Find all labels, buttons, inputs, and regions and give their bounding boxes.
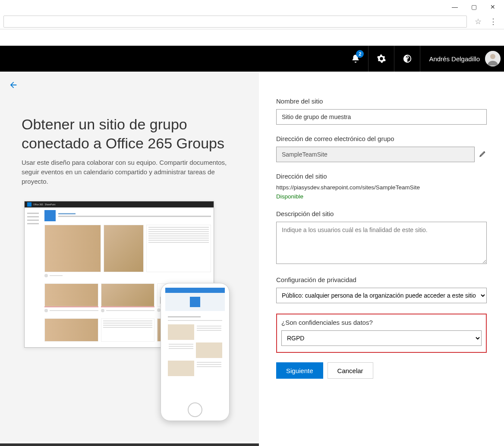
back-button[interactable] — [9, 80, 18, 91]
favorite-icon[interactable]: ☆ — [475, 17, 482, 26]
notifications-button[interactable]: 2 — [343, 46, 369, 72]
user-menu[interactable]: Andrés Delgadillo — [420, 46, 504, 72]
site-url: https://piasysdev.sharepoint.com/sites/S… — [276, 184, 487, 191]
avatar — [485, 51, 501, 66]
confidentiality-label: ¿Son confidenciales sus datos? — [281, 319, 482, 326]
availability-status: Disponible — [276, 193, 487, 200]
template-preview: Office 365SharePoint — [22, 201, 237, 417]
site-description-label: Descripción del sitio — [276, 210, 487, 217]
question-icon — [403, 54, 412, 63]
privacy-select[interactable]: Público: cualquier persona de la organiz… — [276, 288, 487, 303]
next-button[interactable]: Siguiente — [276, 362, 323, 379]
notification-badge: 2 — [356, 50, 364, 58]
arrow-left-icon — [9, 80, 18, 90]
site-name-label: Nombre del sitio — [276, 97, 487, 105]
group-email-label: Dirección de correo electrónico del grup… — [276, 135, 487, 142]
pencil-icon — [479, 150, 487, 157]
minimize-button[interactable]: — — [445, 3, 464, 10]
confidentiality-select[interactable]: RGPD — [281, 330, 482, 346]
user-name-label: Andrés Delgadillo — [429, 55, 480, 63]
browser-menu-icon[interactable]: ⋮ — [486, 17, 501, 26]
privacy-label: Configuración de privacidad — [276, 276, 487, 283]
site-name-input[interactable] — [276, 109, 487, 125]
site-description-input[interactable] — [276, 222, 487, 264]
svg-point-1 — [490, 54, 495, 59]
cancel-button[interactable]: Cancelar — [328, 362, 373, 379]
page-subtitle: Usar este diseño para colaborar con su e… — [22, 158, 237, 186]
maximize-button[interactable]: ▢ — [464, 3, 483, 10]
address-bar[interactable] — [3, 16, 467, 28]
page-title: Obtener un sitio de grupo conectado a Of… — [22, 115, 237, 153]
help-button[interactable] — [394, 46, 420, 72]
group-email-input[interactable] — [276, 147, 475, 162]
close-button[interactable]: ✕ — [483, 3, 502, 10]
settings-button[interactable] — [369, 46, 394, 72]
confidentiality-section: ¿Son confidenciales sus datos? RGPD — [276, 314, 487, 353]
site-address-label: Dirección del sitio — [276, 173, 487, 180]
gear-icon — [377, 54, 386, 63]
edit-email-button[interactable] — [479, 150, 487, 159]
